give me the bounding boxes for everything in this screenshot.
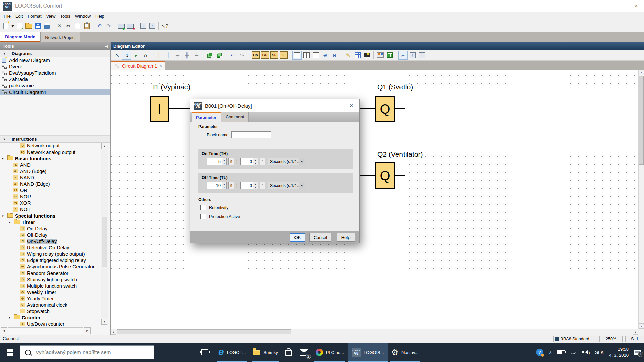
task-view-button[interactable] <box>197 343 212 362</box>
spin-up-icon[interactable]: ▲ <box>253 158 258 162</box>
new-diagram-dropdown[interactable]: ▾ <box>10 21 15 31</box>
save-button[interactable] <box>33 21 42 31</box>
taskbar-app-paint[interactable]: PLC ho... <box>312 343 348 362</box>
zoom-in-button[interactable]: ⊕ <box>321 51 330 60</box>
scroll-right-button[interactable]: ► <box>633 329 638 335</box>
diagram-tree-item[interactable]: Add New Diagram <box>0 57 110 63</box>
instruction-item[interactable]: ▾Timer <box>0 219 101 225</box>
cut-button[interactable]: ✂ <box>64 21 73 31</box>
restore-button[interactable] <box>613 0 629 12</box>
align-right-tool[interactable]: ╡ <box>164 51 173 60</box>
instruction-item[interactable]: ⊓Multiple function switch <box>0 283 101 289</box>
instruction-item[interactable]: ⊓Retentive On-Delay <box>0 244 101 251</box>
open-button[interactable] <box>24 21 33 31</box>
expander-icon[interactable]: ▾ <box>9 316 12 319</box>
instructions-scrollbar[interactable]: ▲ ▼ <box>101 142 108 325</box>
canvas-hscrollbar[interactable]: ◄ ► <box>111 329 638 335</box>
taskbar-app-store[interactable] <box>282 343 296 362</box>
binary-connector-tool[interactable]: ▸ <box>131 51 141 60</box>
block-numbering-button[interactable] <box>353 51 362 60</box>
cancel-button[interactable]: Cancel <box>309 233 331 242</box>
diagram-tree-item[interactable]: DvaVysupyTlacidlom <box>0 70 110 76</box>
volume-icon[interactable] <box>582 350 590 355</box>
align-left-tool[interactable]: ╞ <box>154 51 163 60</box>
off-time-subreference-button[interactable]: {} <box>260 182 265 189</box>
canvas-vscrollbar[interactable]: ▲ ▼ <box>638 70 644 329</box>
clock[interactable]: 19:58 4. 3. 2020 <box>609 346 629 358</box>
tab-parameter[interactable]: Parameter <box>192 112 221 122</box>
off-time-unit-select[interactable]: Seconds (s:1/1... ▾ <box>268 182 305 189</box>
taskbar-search[interactable] <box>20 345 154 359</box>
off-time-value-input[interactable] <box>207 182 222 189</box>
off-time-value-stepper[interactable]: ▲ ▼ <box>222 182 227 189</box>
expander-icon[interactable]: ▾ <box>2 214 6 218</box>
instruction-item[interactable]: ◔Stopwatch <box>0 308 101 314</box>
context-help-button[interactable]: ↖? <box>160 21 169 31</box>
hscrollbar-track[interactable] <box>8 327 83 334</box>
print-button[interactable] <box>42 21 51 31</box>
help-tray-icon[interactable]: ? <box>536 349 543 356</box>
instruction-item[interactable]: &↑AND (Edge) <box>0 168 101 174</box>
spin-up-icon[interactable]: ▲ <box>222 158 227 162</box>
delete-button[interactable]: ✕ <box>55 21 64 31</box>
diagram-tree-item[interactable]: Zahrada <box>0 76 110 82</box>
undo-button[interactable]: ↶ <box>228 51 237 60</box>
instruction-item[interactable]: ⊔Off-Delay <box>0 232 101 238</box>
ethernet-upload-button[interactable] <box>148 21 157 31</box>
layout-one-column-button[interactable] <box>292 51 302 60</box>
layout-two-column-button[interactable] <box>302 51 311 60</box>
on-time-unit-select[interactable]: Seconds (s:1/1... ▾ <box>268 158 305 165</box>
expander-icon[interactable]: ▾ <box>2 157 6 160</box>
spin-down-icon[interactable]: ▼ <box>253 162 258 166</box>
comment-marker-tool[interactable]: ✎ <box>343 51 353 60</box>
scroll-down-button[interactable]: ▼ <box>101 319 107 325</box>
help-button[interactable]: Help <box>337 233 355 242</box>
close-button[interactable]: × <box>629 0 644 12</box>
instruction-item[interactable]: &AND <box>0 162 101 168</box>
copy-button[interactable] <box>73 21 82 31</box>
tab-diagram-mode[interactable]: Diagram Mode <box>0 32 40 42</box>
instruction-item[interactable]: ◷Yearly Timer <box>0 295 101 302</box>
language-indicator[interactable]: SLK <box>595 350 604 355</box>
scroll-right-button[interactable]: ► <box>84 327 91 334</box>
tray-chevron-icon[interactable]: ∧ <box>549 350 552 355</box>
menu-item-file[interactable]: File <box>1 14 13 19</box>
block-name-input[interactable] <box>231 131 271 138</box>
connect-tool[interactable]: ↴ <box>122 51 131 60</box>
spin-down-icon[interactable]: ▼ <box>222 162 227 166</box>
off-time-subvalue-input[interactable] <box>240 182 253 189</box>
page-up-button[interactable] <box>417 51 426 60</box>
scroll-left-button[interactable]: ◄ <box>111 329 116 335</box>
menu-item-window[interactable]: Window <box>73 14 93 19</box>
menu-item-view[interactable]: View <box>44 14 58 19</box>
instruction-item[interactable]: ◷Weekly Timer <box>0 289 101 295</box>
layout-three-column-button[interactable] <box>311 51 320 60</box>
bring-to-front-tool[interactable] <box>205 51 214 60</box>
chevron-down-icon[interactable]: ▾ <box>0 52 9 55</box>
open-window-button[interactable] <box>15 21 24 31</box>
instruction-item[interactable]: ⊓On-/Off-Delay <box>0 238 101 244</box>
tab-comment[interactable]: Comment <box>221 112 249 122</box>
taskbar-app-mail[interactable]: 2 <box>296 343 312 362</box>
minimize-button[interactable]: – <box>598 0 613 12</box>
dialog-close-button[interactable]: × <box>346 102 356 109</box>
on-time-subreference-button[interactable]: {} <box>260 158 265 165</box>
instruction-item[interactable]: 1NOT <box>0 206 101 213</box>
notification-center-icon[interactable]: 1 <box>634 350 641 355</box>
spin-down-icon[interactable]: ▼ <box>253 186 258 190</box>
align-top-tool[interactable]: ╥ <box>173 51 182 60</box>
scroll-up-button[interactable]: ▲ <box>101 143 107 149</box>
instruction-item[interactable]: ≥1.NOR <box>0 193 101 200</box>
send-to-back-tool[interactable] <box>215 51 224 60</box>
block-q2-output[interactable]: Q <box>375 162 395 189</box>
scrollbar-grip[interactable] <box>44 329 48 333</box>
block-q1-output[interactable]: Q <box>375 96 395 122</box>
ok-button[interactable]: OK <box>290 233 305 242</box>
search-input[interactable] <box>35 349 147 356</box>
scrollbar-thumb[interactable] <box>639 76 644 165</box>
basic-functions-gf-button[interactable]: GF <box>260 51 269 60</box>
text-tool[interactable]: A <box>141 51 150 60</box>
instruction-item[interactable]: ±Up/Down counter <box>0 321 101 327</box>
wire-q2-output[interactable] <box>395 175 405 176</box>
instruction-item[interactable]: ☾Astronomical clock <box>0 302 101 308</box>
